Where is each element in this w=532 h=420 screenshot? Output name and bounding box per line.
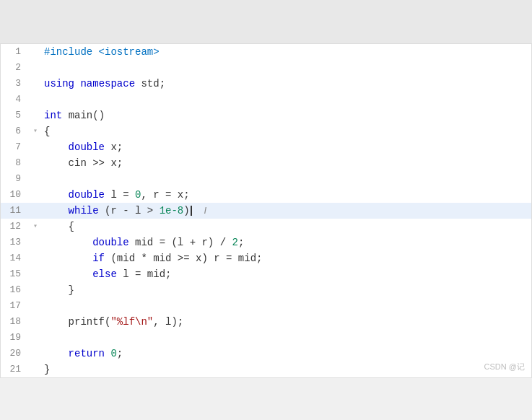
fold-indicator — [30, 362, 40, 377]
fold-indicator — [30, 314, 40, 330]
watermark: CSDN @记 — [484, 362, 525, 372]
line-number: 17 — [1, 298, 30, 314]
line-number: 10 — [1, 187, 30, 203]
top-bar — [0, 0, 532, 43]
line-number: 19 — [1, 330, 30, 346]
fold-indicator — [30, 76, 40, 92]
line-number: 20 — [1, 346, 30, 362]
line-number: 11 — [1, 203, 30, 219]
code-content: int main() — [40, 108, 531, 123]
line-number: 21 — [1, 362, 30, 377]
fold-indicator — [30, 171, 40, 187]
line-number: 15 — [1, 266, 30, 282]
code-content: cin >> x; — [40, 155, 531, 171]
table-row: 21 } — [1, 362, 531, 377]
code-content: printf("%lf\n", l); — [40, 314, 531, 330]
fold-indicator — [30, 266, 40, 282]
fold-indicator: ▾ — [30, 219, 40, 235]
fold-indicator — [30, 330, 40, 346]
code-content — [40, 92, 531, 108]
code-content — [40, 60, 531, 76]
table-row: 9 — [1, 171, 531, 187]
table-row: 7 double x; — [1, 139, 531, 155]
table-row: 15 else l = mid; — [1, 266, 531, 282]
code-content: { — [40, 219, 531, 235]
table-row: 17 — [1, 298, 531, 314]
code-table: 1 #include <iostream> 2 3 using namespac… — [1, 44, 531, 377]
code-container[interactable]: 1 #include <iostream> 2 3 using namespac… — [0, 43, 532, 378]
fold-indicator — [30, 250, 40, 266]
line-number: 5 — [1, 108, 30, 123]
code-content: using namespace std; — [40, 76, 531, 92]
code-content: } — [40, 362, 531, 377]
table-row: 4 — [1, 92, 531, 108]
code-content: double mid = (l + r) / 2; — [40, 235, 531, 250]
table-row: 11 while (r - l > 1e-8) I — [1, 203, 531, 219]
line-number: 18 — [1, 314, 30, 330]
fold-indicator — [30, 203, 40, 219]
table-row: 16 } — [1, 282, 531, 298]
line-number: 6 — [1, 123, 30, 139]
line-number: 9 — [1, 171, 30, 187]
fold-indicator — [30, 139, 40, 155]
table-row: 12 ▾ { — [1, 219, 531, 235]
line-number: 16 — [1, 282, 30, 298]
code-content — [40, 330, 531, 346]
line-number: 2 — [1, 60, 30, 76]
code-content: #include <iostream> — [40, 44, 531, 60]
fold-indicator — [30, 187, 40, 203]
code-content: else l = mid; — [40, 266, 531, 282]
fold-indicator — [30, 235, 40, 250]
table-row: 18 printf("%lf\n", l); — [1, 314, 531, 330]
fold-indicator — [30, 282, 40, 298]
table-row: 20 return 0; — [1, 346, 531, 362]
table-row: 14 if (mid * mid >= x) r = mid; — [1, 250, 531, 266]
fold-indicator — [30, 155, 40, 171]
table-row: 10 double l = 0, r = x; — [1, 187, 531, 203]
table-row: 6 ▾ { — [1, 123, 531, 139]
code-content: double l = 0, r = x; — [40, 187, 531, 203]
fold-indicator — [30, 44, 40, 60]
table-row: 8 cin >> x; — [1, 155, 531, 171]
line-number: 4 — [1, 92, 30, 108]
table-row: 2 — [1, 60, 531, 76]
fold-indicator — [30, 108, 40, 123]
table-row: 3 using namespace std; — [1, 76, 531, 92]
line-number: 14 — [1, 250, 30, 266]
code-content: return 0; — [40, 346, 531, 362]
code-content — [40, 171, 531, 187]
code-content — [40, 298, 531, 314]
line-number: 13 — [1, 235, 30, 250]
fold-indicator — [30, 298, 40, 314]
code-content: while (r - l > 1e-8) I — [40, 203, 531, 219]
table-row: 13 double mid = (l + r) / 2; — [1, 235, 531, 250]
line-number: 3 — [1, 76, 30, 92]
line-number: 1 — [1, 44, 30, 60]
line-number: 12 — [1, 219, 30, 235]
line-number: 7 — [1, 139, 30, 155]
code-content: } — [40, 282, 531, 298]
table-row: 19 — [1, 330, 531, 346]
fold-indicator — [30, 346, 40, 362]
fold-indicator — [30, 60, 40, 76]
table-row: 5 int main() — [1, 108, 531, 123]
code-content: { — [40, 123, 531, 139]
code-content: if (mid * mid >= x) r = mid; — [40, 250, 531, 266]
fold-indicator: ▾ — [30, 123, 40, 139]
fold-indicator — [30, 92, 40, 108]
line-number: 8 — [1, 155, 30, 171]
editor-wrapper: 1 #include <iostream> 2 3 using namespac… — [0, 0, 532, 378]
code-content: double x; — [40, 139, 531, 155]
table-row: 1 #include <iostream> — [1, 44, 531, 60]
